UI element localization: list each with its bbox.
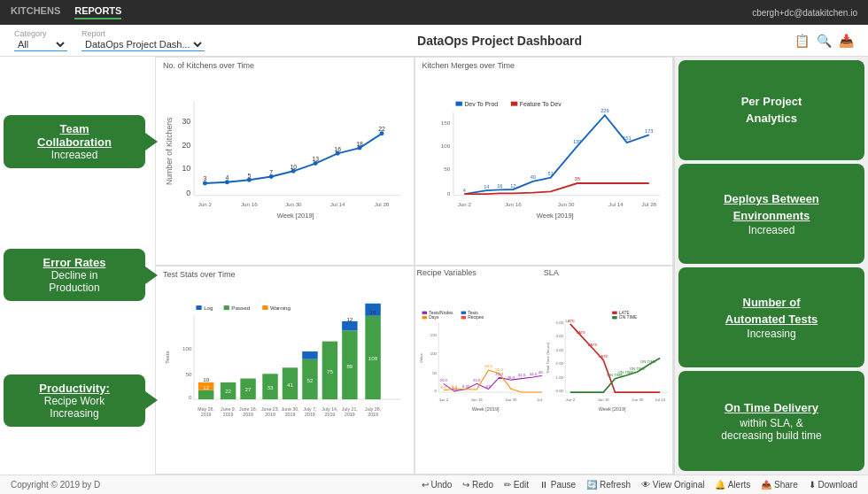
download-icon[interactable]: 📥 (839, 34, 854, 48)
report-label: Report (81, 29, 205, 38)
footer-pause[interactable]: ⏸ Pause (539, 480, 576, 490)
svg-text:Log: Log (204, 305, 213, 311)
svg-text:2019: 2019 (285, 412, 296, 417)
svg-text:16: 16 (370, 309, 376, 315)
footer-redo[interactable]: ↪ Redo (462, 480, 493, 490)
sla-svg: LATE ON TIME Total Time (hours) 0.00 1.0… (544, 279, 670, 452)
svg-text:108: 108 (368, 355, 378, 361)
svg-text:June 23,: June 23, (261, 406, 279, 412)
nav-user: cbergh+dc@datakitchen.io (752, 8, 857, 18)
svg-rect-148 (612, 312, 617, 314)
svg-text:16: 16 (334, 146, 341, 152)
svg-text:9.0: 9.0 (451, 384, 457, 389)
teststats-svg: Log Passed Warning 0 50 100 Tests (163, 281, 407, 451)
svg-text:May 26,: May 26, (198, 406, 214, 412)
callout-per-project: Per ProjectAnalytics (678, 60, 864, 160)
svg-text:20: 20 (182, 141, 190, 150)
svg-text:150: 150 (430, 333, 437, 337)
svg-text:7: 7 (269, 169, 273, 175)
svg-text:Week [2019]: Week [2019] (598, 406, 625, 412)
footer-refresh[interactable]: 🔄 Refresh (586, 480, 631, 490)
svg-text:10: 10 (290, 164, 297, 170)
merges-svg: Dev To Prod Feature To Dev 0 50 100 150 (422, 72, 666, 242)
svg-text:Jun 2: Jun 2 (438, 398, 448, 402)
svg-text:2019: 2019 (201, 412, 212, 417)
svg-text:10: 10 (182, 164, 190, 173)
svg-rect-120 (461, 316, 466, 319)
svg-text:LATE: LATE (576, 330, 585, 335)
svg-rect-58 (196, 305, 201, 310)
category-label: Category (14, 29, 67, 38)
svg-text:12: 12 (346, 316, 353, 322)
svg-text:100: 100 (440, 143, 450, 149)
svg-text:Jul 28: Jul 28 (375, 201, 390, 207)
svg-text:Warning: Warning (270, 305, 291, 311)
svg-text:2019: 2019 (325, 412, 336, 417)
svg-text:Jul 14: Jul 14 (655, 398, 665, 402)
svg-text:2019: 2019 (243, 412, 253, 417)
footer-download[interactable]: ⬇ Download (809, 480, 857, 490)
footer-edit[interactable]: ✏ Edit (504, 480, 529, 490)
svg-text:Jun 30: Jun 30 (632, 398, 644, 402)
svg-text:30: 30 (182, 117, 190, 126)
svg-text:25.0: 25.0 (439, 378, 447, 382)
svg-text:41: 41 (287, 382, 293, 388)
svg-text:Number of Kitchens: Number of Kitchens (165, 117, 174, 185)
main-content: TeamCollaboration Increased Error Rates … (0, 57, 868, 475)
svg-text:3.00: 3.00 (555, 348, 563, 352)
svg-text:0.00: 0.00 (555, 389, 563, 393)
callout-ontime: On Time Delivery within SLA, &decreasing… (678, 371, 864, 471)
svg-text:5: 5 (247, 173, 251, 179)
svg-text:6.0: 6.0 (440, 385, 446, 390)
svg-text:10: 10 (203, 376, 209, 382)
svg-text:0: 0 (434, 389, 437, 393)
svg-text:22: 22 (225, 388, 231, 394)
svg-rect-118 (461, 312, 466, 314)
svg-text:LATE: LATE (588, 343, 598, 347)
svg-text:10: 10 (306, 345, 313, 351)
toolbar: Category All Report DataOps Project Dash… (0, 25, 868, 57)
svg-text:Tests/Nodes: Tests/Nodes (429, 311, 453, 315)
nav-reports[interactable]: REPORTS (74, 5, 121, 19)
kitchens-svg: Number of Kitchens 0 10 20 30 (163, 72, 407, 242)
svg-text:100: 100 (430, 351, 437, 356)
svg-text:51: 51 (547, 171, 553, 176)
svg-rect-33 (510, 102, 516, 106)
svg-text:Jun 16: Jun 16 (504, 201, 521, 207)
callout-deploys: Deploys BetweenEnvironments Increased (678, 164, 864, 264)
report-select[interactable]: DataOps Project Dash... (81, 38, 205, 51)
dashboard-title: DataOps Project Dashboard (219, 34, 780, 48)
footer: Copyright © 2019 by D ↩ Undo ↪ Redo ✏ Ed… (0, 475, 868, 494)
svg-text:150: 150 (440, 120, 450, 126)
svg-text:ON TIME: ON TIME (640, 359, 656, 364)
svg-text:5.00: 5.00 (555, 320, 563, 325)
callout-tests-heading: Number ofAutomated Tests (725, 295, 818, 327)
callout-tests-sub: Increasing (725, 328, 818, 340)
chart-recipe-variables: Recipe Variables Tests/Nodes Days Tests … (417, 268, 544, 472)
footer-alerts[interactable]: 🔔 Alerts (715, 480, 750, 490)
svg-text:16: 16 (497, 183, 502, 189)
category-select[interactable]: All (14, 38, 67, 51)
svg-text:50: 50 (432, 371, 437, 375)
svg-text:0: 0 (446, 190, 450, 197)
search-icon[interactable]: 🔍 (817, 34, 832, 48)
svg-text:22: 22 (378, 126, 385, 132)
chart-recipe-sla: Recipe Variables Tests/Nodes Days Tests … (415, 266, 674, 475)
svg-text:Jun 16: Jun 16 (470, 398, 483, 402)
nav-kitchens[interactable]: KITCHENS (11, 5, 60, 19)
svg-text:ON TIME: ON TIME (629, 367, 645, 371)
nav-links: KITCHENS REPORTS (11, 5, 121, 19)
chart-teststats-title: Test Stats over Time (163, 270, 407, 279)
footer-undo[interactable]: ↩ Undo (422, 480, 453, 490)
svg-text:14: 14 (484, 184, 489, 189)
svg-text:Value: Value (418, 352, 422, 362)
callout-automated-tests: Number ofAutomated Tests Increasing (678, 267, 864, 367)
svg-text:Week [2019]: Week [2019] (471, 406, 499, 412)
footer-share[interactable]: 📤 Share (761, 480, 797, 490)
svg-text:50: 50 (186, 371, 192, 377)
chart-kitchens-title: No. of Kitchens over Time (163, 61, 407, 70)
svg-text:Days: Days (429, 315, 439, 320)
svg-text:ON TIME: ON TIME (617, 370, 633, 374)
footer-view[interactable]: 👁 View Original (641, 480, 705, 490)
copy-icon[interactable]: 📋 (794, 34, 810, 48)
